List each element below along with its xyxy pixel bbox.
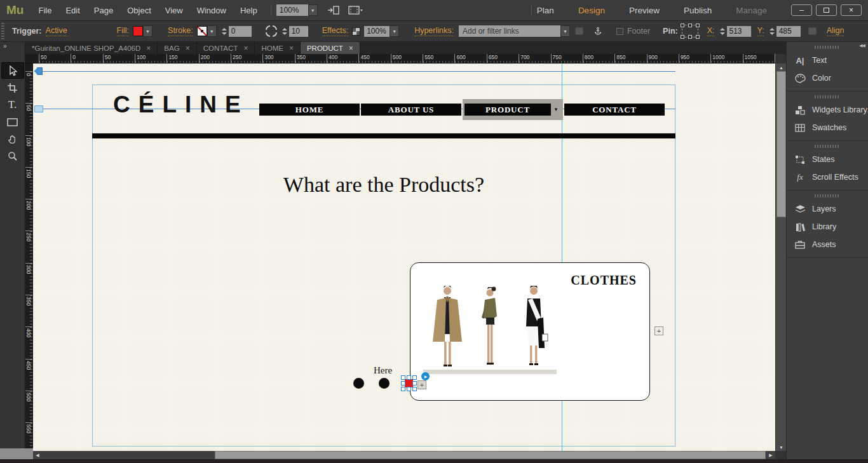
bullet-dot[interactable] [379, 378, 390, 389]
hand-tool[interactable] [1, 131, 24, 147]
horizontal-guide[interactable] [38, 71, 675, 72]
menu-item[interactable]: Edit [60, 3, 85, 18]
vertical-scroll-thumb[interactable] [776, 71, 786, 217]
x-coordinate-label[interactable]: X: [707, 26, 715, 36]
hyperlinks-combo[interactable]: Add or filter links ▼ [459, 25, 570, 37]
screen-mode-icon[interactable] [348, 5, 363, 15]
nav-product-button-selected[interactable]: PRODUCT ▼ [463, 99, 563, 120]
panel-grip[interactable] [815, 46, 840, 49]
panel-item-widgets-library[interactable]: Widgets Library [787, 101, 868, 119]
effects-icon[interactable] [352, 27, 360, 36]
mode-publish[interactable]: Publish [684, 6, 712, 15]
panel-grip[interactable] [815, 194, 840, 198]
menu-item[interactable]: Window [191, 3, 232, 18]
fill-dropdown-button[interactable]: ▼ [143, 25, 153, 37]
panel-grip[interactable] [815, 145, 840, 148]
stroke-color-swatch[interactable] [197, 26, 207, 36]
tab-home[interactable]: HOME × [255, 42, 301, 54]
close-icon[interactable]: × [349, 44, 353, 53]
selection-handle-w[interactable] [401, 381, 405, 386]
mode-design[interactable]: Design [578, 6, 605, 15]
bullet-dot[interactable] [353, 378, 364, 389]
tab-contact[interactable]: CONTACT × [197, 42, 255, 54]
vertical-scrollbar[interactable]: ▲ ▼ [775, 64, 786, 451]
hyperlinks-dropdown-button[interactable]: ▼ [560, 25, 570, 37]
selection-handle-n[interactable] [407, 375, 411, 380]
close-icon[interactable]: × [289, 44, 294, 53]
guide-handle[interactable] [34, 67, 43, 75]
selection-handle-s[interactable] [407, 387, 411, 391]
rectangle-tool[interactable] [1, 114, 24, 130]
pin-position-widget[interactable] [682, 25, 698, 37]
celine-brand-logo[interactable]: CÉLINE [113, 91, 249, 118]
panel-grip[interactable] [815, 95, 840, 98]
scroll-down-arrow[interactable]: ▼ [776, 443, 787, 451]
stroke-dropdown-button[interactable]: ▼ [207, 25, 217, 37]
x-coordinate-input[interactable] [727, 26, 751, 37]
panel-item-library[interactable]: Library [787, 218, 868, 236]
menu-item[interactable]: Page [88, 3, 119, 18]
panel-grip[interactable] [1, 23, 4, 39]
close-icon[interactable]: × [243, 44, 248, 53]
menu-item[interactable]: Object [121, 3, 157, 18]
zoom-value[interactable]: 100% [276, 4, 308, 16]
y-coordinate-label[interactable]: Y: [757, 26, 764, 36]
expand-panel-icon[interactable]: » [0, 42, 25, 50]
mode-preview[interactable]: Preview [629, 6, 660, 15]
design-canvas[interactable]: CÉLINE HOME ABOUT US PRODUCT ▼ CONTACT W… [33, 64, 775, 451]
stroke-label[interactable]: Stroke: [168, 26, 193, 36]
panel-item-layers[interactable]: Layers [787, 200, 868, 218]
nav-product-button[interactable]: PRODUCT [465, 104, 551, 116]
here-label[interactable]: Here [374, 365, 392, 376]
play-badge-icon[interactable]: ▶ [421, 372, 430, 380]
mode-plan[interactable]: Plan [537, 6, 554, 15]
tab-bag[interactable]: BAG × [158, 42, 196, 54]
selection-tool[interactable] [1, 62, 24, 79]
clothes-card[interactable]: CLOTHES [410, 262, 650, 401]
scroll-right-arrow[interactable]: ▶ [766, 451, 775, 459]
opacity-dropdown-button[interactable]: ▼ [390, 25, 399, 37]
y-stepper[interactable] [770, 28, 775, 35]
panel-item-swatches[interactable]: Swatches [787, 119, 868, 137]
corner-radius-input[interactable] [289, 26, 308, 37]
guide-handle[interactable] [34, 105, 43, 112]
fill-color-swatch[interactable] [133, 26, 143, 36]
horizontal-scrollbar[interactable]: ◀ ▶ [33, 451, 775, 459]
fill-label[interactable]: Fill: [117, 26, 129, 36]
effects-label[interactable]: Effects: [322, 26, 348, 36]
anchor-icon[interactable] [593, 26, 602, 36]
corner-radius-stepper[interactable] [282, 28, 287, 35]
add-content-icon[interactable]: + [654, 326, 663, 335]
panel-item-states[interactable]: States [787, 151, 868, 168]
horizontal-scroll-thumb[interactable] [215, 451, 766, 459]
scroll-left-arrow[interactable]: ◀ [33, 451, 42, 459]
nav-home-button[interactable]: HOME [259, 104, 360, 116]
panel-item-text[interactable]: A| Text [787, 51, 868, 69]
tab-site-plan[interactable]: *Guiritan_ONLINE SHOP_A406D × [25, 42, 158, 54]
hyperlinks-label[interactable]: Hyperlinks: [414, 26, 454, 36]
clothes-models-image[interactable] [418, 281, 564, 382]
y-coordinate-input[interactable] [776, 26, 801, 37]
opacity-input[interactable] [364, 26, 390, 37]
stroke-weight-stepper[interactable] [222, 28, 227, 35]
add-content-icon[interactable]: + [417, 380, 426, 389]
panel-item-assets[interactable]: Assets [787, 236, 868, 253]
scroll-up-arrow[interactable]: ▲ [776, 64, 787, 71]
restore-window-button[interactable] [816, 4, 837, 16]
collapse-panel-icon[interactable]: ◀◀ [859, 43, 865, 48]
zoom-tool[interactable] [1, 148, 24, 164]
footer-checkbox[interactable] [616, 28, 623, 35]
menu-item[interactable]: View [159, 3, 189, 18]
close-window-button[interactable]: × [841, 4, 862, 16]
page-divider-bar[interactable] [92, 133, 675, 138]
panel-item-color[interactable]: Color [787, 69, 868, 87]
text-tool[interactable]: T. [1, 97, 24, 113]
card-title[interactable]: CLOTHES [571, 273, 637, 288]
trigger-value-link[interactable]: Active [46, 26, 67, 36]
crop-tool[interactable] [1, 79, 24, 96]
stroke-weight-input[interactable] [229, 26, 252, 37]
x-stepper[interactable] [720, 28, 725, 35]
zoom-control[interactable]: 100% ▼ [276, 4, 318, 16]
selection-handle-nw[interactable] [401, 375, 405, 380]
zoom-dropdown-button[interactable]: ▼ [308, 4, 318, 16]
